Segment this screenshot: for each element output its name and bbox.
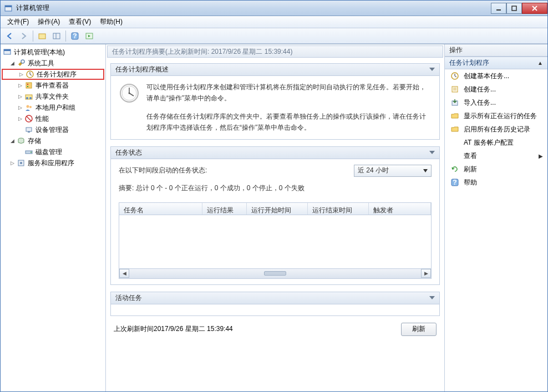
properties-button[interactable]: [35, 30, 49, 42]
menu-file[interactable]: 文件(F): [3, 16, 33, 28]
col-triggered-by[interactable]: 触发者: [369, 203, 431, 215]
collapse-icon[interactable]: ▲: [537, 60, 543, 66]
status-table: 任务名 运行结果 运行开始时间 运行结束时间 触发者 ◀ ▶: [119, 202, 432, 279]
submenu-arrow-icon: ▶: [539, 153, 543, 159]
action-at-account[interactable]: AT 服务帐户配置: [445, 136, 547, 149]
action-label: AT 服务帐户配置: [464, 138, 514, 147]
action-refresh[interactable]: 刷新: [445, 162, 547, 176]
import-icon: [450, 98, 459, 107]
performance-icon: [24, 114, 33, 123]
scroll-track[interactable]: [129, 269, 421, 278]
col-run-start[interactable]: 运行开始时间: [247, 203, 308, 215]
status-section: 任务状态 在以下时间段启动的任务状态: 近 24 小时 摘要: 总计 0 个 -…: [110, 146, 440, 285]
expand-icon[interactable]: ▷: [17, 105, 23, 111]
tree-event-viewer[interactable]: ▷ 事件查看器: [2, 80, 104, 91]
tree-services-apps[interactable]: ▷ 服务和应用程序: [2, 157, 104, 169]
horizontal-scrollbar[interactable]: ◀ ▶: [119, 268, 431, 278]
menu-help[interactable]: 帮助(H): [95, 16, 127, 28]
event-icon: [24, 81, 33, 90]
tree-local-users[interactable]: ▷ 本地用户和组: [2, 102, 104, 113]
collapse-icon[interactable]: ◢: [9, 138, 16, 144]
toolbar-separator: [65, 30, 66, 42]
menu-view[interactable]: 查看(V): [64, 16, 95, 28]
actions-title: 操作: [445, 44, 547, 57]
overview-p1: 可以使用任务计划程序来创建和管理计算机将在所指定的时间自动执行的常见任务。若要开…: [146, 82, 432, 104]
tree-label: 计算机管理(本地): [14, 48, 65, 57]
maximize-button[interactable]: [506, 3, 522, 14]
tree-disk-management[interactable]: 磁盘管理: [2, 146, 104, 157]
tree-label: 系统工具: [28, 59, 54, 68]
collapse-icon[interactable]: ◢: [9, 60, 16, 67]
scroll-right-button[interactable]: ▶: [421, 269, 431, 278]
window-frame: 计算机管理 文件(F) 操作(A) 查看(V) 帮助(H) ? 计算机管理(本地…: [0, 0, 548, 392]
active-tasks-head[interactable]: 活动任务: [111, 292, 439, 304]
scroll-thumb[interactable]: [264, 271, 286, 276]
action-label: 创建基本任务...: [464, 72, 509, 81]
summary-header: 任务计划程序摘要(上次刷新时间: 2017/9/26 星期二 15:39:44): [107, 45, 443, 58]
forward-button[interactable]: [17, 30, 31, 42]
action-create-basic-task[interactable]: 创建基本任务...: [445, 69, 547, 83]
actions-panel: 操作 任务计划程序 ▲ 创建基本任务... 创建任务... 导入任务...: [445, 44, 547, 391]
action-label: 启用所有任务历史记录: [464, 125, 530, 134]
folder-icon: [450, 111, 459, 120]
run-button[interactable]: [83, 30, 96, 42]
tree-label: 共享文件夹: [35, 92, 69, 101]
computer-icon: [3, 48, 12, 57]
tree-device-manager[interactable]: 设备管理器: [2, 124, 104, 135]
scroll-left-button[interactable]: ◀: [119, 269, 129, 278]
action-view[interactable]: 查看 ▶: [445, 149, 547, 162]
svg-rect-15: [27, 84, 28, 85]
status-table-body: [119, 215, 431, 268]
expand-icon[interactable]: ▷: [18, 72, 24, 78]
actions-group-head[interactable]: 任务计划程序 ▲: [445, 57, 547, 69]
back-button[interactable]: [3, 30, 16, 42]
action-help[interactable]: ? 帮助: [445, 176, 547, 189]
clock-icon: [119, 83, 140, 104]
svg-rect-16: [27, 86, 28, 87]
tree-shared-folders[interactable]: ▷ 共享文件夹: [2, 91, 104, 102]
close-button[interactable]: [522, 3, 547, 14]
status-summary: 摘要: 总计 0 个 - 0 个正在运行，0 个成功，0 个停止，0 个失败: [119, 182, 432, 194]
col-run-result[interactable]: 运行结果: [202, 203, 247, 215]
svg-rect-5: [53, 33, 60, 39]
status-period-dropdown[interactable]: 近 24 小时: [354, 165, 432, 177]
expand-icon[interactable]: ▷: [9, 160, 16, 166]
help-button[interactable]: ?: [68, 30, 82, 42]
tree-label: 存储: [28, 136, 41, 146]
status-period-label: 在以下时间段启动的任务状态:: [119, 165, 207, 176]
svg-point-29: [20, 162, 22, 164]
action-label: 显示所有正在运行的任务: [464, 111, 537, 121]
tree-label: 本地用户和组: [35, 103, 75, 113]
tree-label: 事件查看器: [35, 81, 69, 90]
body-area: 计算机管理(本地) ◢ 系统工具 ▷ 任务计划程序 ▷ 事件查看器 ▷ 共享文件…: [1, 44, 547, 391]
status-head[interactable]: 任务状态: [111, 147, 439, 159]
share-icon: [24, 92, 33, 101]
tree-system-tools[interactable]: ◢ 系统工具: [2, 58, 104, 69]
tree-root[interactable]: 计算机管理(本地): [2, 47, 104, 58]
expand-icon[interactable]: ▷: [17, 94, 23, 100]
action-enable-history[interactable]: 启用所有任务历史记录: [445, 123, 547, 136]
action-show-running[interactable]: 显示所有正在运行的任务: [445, 109, 547, 123]
tree-label: 任务计划程序: [37, 70, 77, 79]
clock-icon: [450, 72, 459, 80]
tree-task-scheduler[interactable]: ▷ 任务计划程序: [2, 69, 104, 80]
show-hide-button[interactable]: [50, 30, 63, 42]
expand-icon[interactable]: ▷: [17, 116, 23, 122]
overview-head[interactable]: 任务计划程序概述: [111, 64, 439, 76]
svg-text:?: ?: [73, 32, 77, 40]
action-import-task[interactable]: 导入任务...: [445, 96, 547, 109]
disk-icon: [24, 147, 33, 156]
blank-icon: [450, 138, 459, 147]
svg-rect-11: [4, 49, 11, 51]
refresh-button[interactable]: 刷新: [401, 323, 437, 336]
menu-action[interactable]: 操作(A): [33, 16, 64, 28]
minimize-button[interactable]: [491, 3, 506, 14]
expand-icon[interactable]: ▷: [17, 83, 23, 89]
tree-storage[interactable]: ◢ 存储: [2, 135, 104, 146]
toolbar-separator: [33, 30, 33, 42]
col-task-name[interactable]: 任务名: [119, 203, 202, 215]
action-create-task[interactable]: 创建任务...: [445, 83, 547, 96]
tree-performance[interactable]: ▷ 性能: [2, 113, 104, 124]
col-run-end[interactable]: 运行结束时间: [308, 203, 369, 215]
svg-rect-2: [496, 9, 501, 11]
